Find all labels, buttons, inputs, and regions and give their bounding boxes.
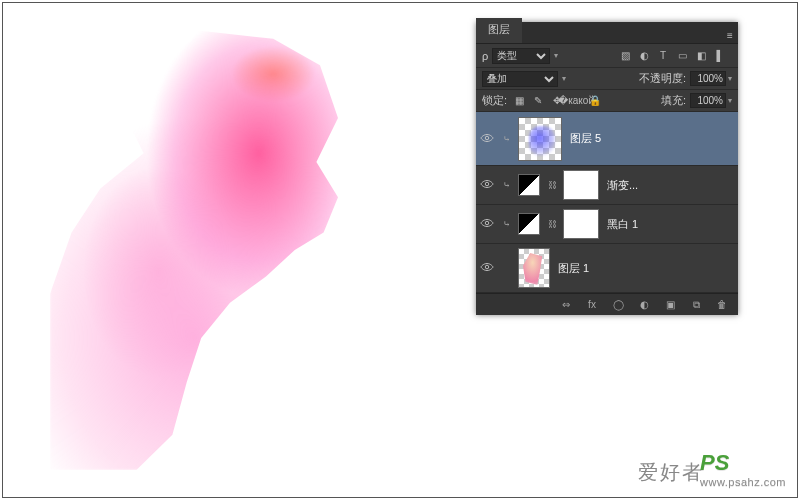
visibility-eye-icon[interactable] xyxy=(480,216,494,232)
opacity-input[interactable] xyxy=(690,71,726,86)
layer-row[interactable]: ⤷ 图层 5 xyxy=(476,112,738,166)
visibility-eye-icon[interactable] xyxy=(480,260,494,276)
panel-menu-icon[interactable]: ≡ xyxy=(722,27,738,43)
chevron-down-icon: ▾ xyxy=(728,96,732,105)
filter-smart-icon[interactable]: ◧ xyxy=(693,48,709,64)
chevron-down-icon: ▾ xyxy=(728,74,732,83)
opacity-field[interactable]: ▾ xyxy=(690,71,732,86)
mask-thumbnail[interactable] xyxy=(563,209,599,239)
layers-panel: 图层 ≡ ρ 类型 ▾ ▧ ◐ T ▭ ◧ ▌ 叠加 ▾ 不透明度: ▾ 锁定:… xyxy=(476,22,738,315)
svg-point-0 xyxy=(485,136,489,140)
adjustment-thumbnail[interactable] xyxy=(518,213,540,235)
panel-tab-row: 图层 ≡ xyxy=(476,22,738,44)
lock-artboard-icon[interactable]: �какой xyxy=(568,93,584,109)
watermark-url: www.psahz.com xyxy=(700,476,786,488)
lock-trans-icon[interactable]: ▦ xyxy=(511,93,527,109)
lock-all-icon[interactable]: 🔒 xyxy=(587,93,603,109)
new-layer-icon[interactable]: ⧉ xyxy=(688,297,704,313)
opacity-label: 不透明度: xyxy=(639,71,686,86)
watermark-brand: PS xyxy=(700,450,729,475)
chevron-down-icon: ▾ xyxy=(562,74,566,83)
layer-name[interactable]: 黑白 1 xyxy=(607,217,638,232)
chevron-down-icon: ▾ xyxy=(554,51,558,60)
filter-pixel-icon[interactable]: ▧ xyxy=(617,48,633,64)
layer-name[interactable]: 渐变... xyxy=(607,178,638,193)
visibility-eye-icon[interactable] xyxy=(480,131,494,147)
blend-mode-select[interactable]: 叠加 xyxy=(482,71,558,87)
layer-row[interactable]: ⤷ ⛓ 黑白 1 xyxy=(476,205,738,244)
fx-icon[interactable]: fx xyxy=(584,297,600,313)
filter-type-icon[interactable]: T xyxy=(655,48,671,64)
layer-row[interactable]: 图层 1 xyxy=(476,244,738,293)
fill-field[interactable]: ▾ xyxy=(690,93,732,108)
filter-type-select[interactable]: 类型 xyxy=(492,48,550,64)
watermark: PS www.psahz.com xyxy=(700,450,786,488)
svg-point-3 xyxy=(485,265,489,269)
link-icon: ⛓ xyxy=(548,180,557,190)
clip-arrow-icon: ⤷ xyxy=(498,180,516,190)
layer-name[interactable]: 图层 1 xyxy=(558,261,589,276)
panel-footer: ⇔ fx ◯ ◐ ▣ ⧉ 🗑 xyxy=(476,293,738,315)
filter-toggle-icon[interactable]: ▌ xyxy=(712,48,728,64)
mask-thumbnail[interactable] xyxy=(563,170,599,200)
add-mask-icon[interactable]: ◯ xyxy=(610,297,626,313)
adjustment-thumbnail[interactable] xyxy=(518,174,540,196)
clip-arrow-icon: ⤷ xyxy=(498,134,516,144)
portrait-image xyxy=(50,30,410,470)
svg-point-1 xyxy=(485,182,489,186)
layers-tab[interactable]: 图层 xyxy=(476,18,522,43)
link-icon: ⛓ xyxy=(548,219,557,229)
link-layers-icon[interactable]: ⇔ xyxy=(558,297,574,313)
fill-input[interactable] xyxy=(690,93,726,108)
filter-icon-group: ▧ ◐ T ▭ ◧ ▌ xyxy=(617,48,732,64)
lock-row: 锁定: ▦ ✎ ✥ �какой 🔒 填充: ▾ xyxy=(476,90,738,112)
delete-layer-icon[interactable]: 🗑 xyxy=(714,297,730,313)
group-icon[interactable]: ▣ xyxy=(662,297,678,313)
filter-shape-icon[interactable]: ▭ xyxy=(674,48,690,64)
visibility-eye-icon[interactable] xyxy=(480,177,494,193)
lock-pixels-icon[interactable]: ✎ xyxy=(530,93,546,109)
adjustment-layer-icon[interactable]: ◐ xyxy=(636,297,652,313)
layer-thumbnail[interactable] xyxy=(518,248,550,288)
filter-adjust-icon[interactable]: ◐ xyxy=(636,48,652,64)
filter-row: ρ 类型 ▾ ▧ ◐ T ▭ ◧ ▌ xyxy=(476,44,738,68)
canvas-area xyxy=(10,10,440,490)
layer-row[interactable]: ⤷ ⛓ 渐变... xyxy=(476,166,738,205)
search-icon: ρ xyxy=(482,50,488,62)
lock-label: 锁定: xyxy=(482,93,507,108)
clip-arrow-icon: ⤷ xyxy=(498,219,516,229)
blend-row: 叠加 ▾ 不透明度: ▾ xyxy=(476,68,738,90)
layer-name[interactable]: 图层 5 xyxy=(570,131,601,146)
watermark-cn: 爱好者 xyxy=(638,459,704,486)
layers-list: ⤷ 图层 5 ⤷ ⛓ 渐变... ⤷ ⛓ 黑白 1 图层 1 xyxy=(476,112,738,293)
fill-label: 填充: xyxy=(661,93,686,108)
svg-point-2 xyxy=(485,221,489,225)
layer-thumbnail[interactable] xyxy=(518,117,562,161)
